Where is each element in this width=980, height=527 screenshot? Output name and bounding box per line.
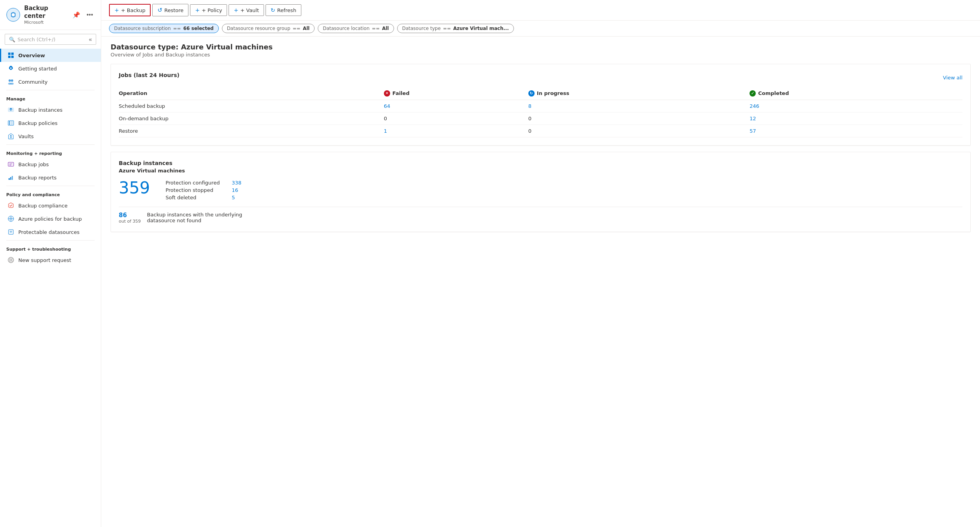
stat-value[interactable]: 5 bbox=[232, 195, 235, 200]
sidebar-item-backup-jobs-label: Backup jobs bbox=[18, 162, 49, 167]
sidebar-item-vaults[interactable]: Vaults bbox=[0, 130, 101, 143]
instances-stats: Protection configured 338 Protection sto… bbox=[165, 180, 241, 200]
sidebar-item-overview[interactable]: Overview bbox=[0, 49, 101, 62]
sidebar-item-vaults-label: Vaults bbox=[18, 134, 34, 139]
community-icon bbox=[7, 78, 14, 85]
vault-button[interactable]: + + Vault bbox=[229, 4, 264, 16]
protectable-icon bbox=[7, 228, 14, 235]
svg-rect-14 bbox=[9, 121, 10, 123]
overview-icon bbox=[7, 52, 14, 59]
svg-rect-24 bbox=[10, 177, 11, 180]
filter-subscription[interactable]: Datasource subscription == 66 selected bbox=[109, 24, 219, 33]
in-progress-value[interactable]: 8 bbox=[528, 103, 531, 109]
in-progress-value-zero: 0 bbox=[528, 128, 531, 134]
jobs-card: Jobs (last 24 Hours) View all Operation … bbox=[111, 64, 971, 146]
underlying-number[interactable]: 86 bbox=[119, 212, 141, 219]
svg-point-19 bbox=[11, 135, 12, 136]
sidebar-item-getting-started[interactable]: Getting started bbox=[0, 62, 101, 75]
failed-status-header: ✕ Failed bbox=[384, 90, 410, 97]
sidebar-item-community[interactable]: Community bbox=[0, 75, 101, 88]
sidebar-item-protectable-datasources[interactable]: Protectable datasources bbox=[0, 225, 101, 239]
filter-rg-val: All bbox=[303, 26, 310, 31]
svg-rect-2 bbox=[8, 53, 11, 55]
svg-rect-25 bbox=[12, 176, 13, 180]
in-progress-label: In progress bbox=[537, 90, 569, 96]
sidebar-item-backup-jobs[interactable]: Backup jobs bbox=[0, 158, 101, 171]
divider-monitoring bbox=[6, 144, 95, 145]
sidebar-item-getting-started-label: Getting started bbox=[18, 66, 57, 72]
svg-point-8 bbox=[11, 79, 13, 82]
section-monitoring: Monitoring + reporting bbox=[0, 146, 101, 158]
search-placeholder: Search (Ctrl+/) bbox=[18, 37, 55, 42]
svg-point-29 bbox=[8, 257, 14, 263]
instances-vm-subtitle: Azure Virtual machines bbox=[119, 168, 962, 174]
in-progress-icon: ↻ bbox=[528, 90, 535, 97]
stat-value[interactable]: 338 bbox=[232, 180, 241, 186]
jobs-table-header-row: Operation ✕ Failed ↻ In progress bbox=[119, 88, 962, 100]
backup-instances-icon bbox=[7, 106, 14, 113]
col-in-progress: ↻ In progress bbox=[528, 88, 750, 100]
view-all-link[interactable]: View all bbox=[943, 75, 962, 81]
underlying-num-block: 86 out of 359 bbox=[119, 212, 141, 224]
stat-row: Protection configured 338 bbox=[165, 180, 241, 186]
collapse-button[interactable]: « bbox=[89, 36, 92, 42]
completed-value[interactable]: 12 bbox=[750, 116, 756, 121]
section-policy: Policy and compliance bbox=[0, 188, 101, 199]
failed-value[interactable]: 64 bbox=[384, 103, 391, 109]
completed-value[interactable]: 57 bbox=[750, 128, 756, 134]
sidebar-item-backup-instances[interactable]: Backup instances bbox=[0, 103, 101, 116]
svg-point-6 bbox=[10, 67, 12, 69]
more-button[interactable]: ••• bbox=[85, 11, 95, 19]
sidebar-item-backup-policies[interactable]: Backup policies bbox=[0, 116, 101, 130]
restore-button[interactable]: ↺ Restore bbox=[152, 4, 188, 16]
completed-cell: 57 bbox=[750, 125, 962, 137]
failed-cell: 64 bbox=[384, 100, 528, 112]
sidebar-item-overview-label: Overview bbox=[18, 53, 45, 58]
operation-cell: Scheduled backup bbox=[119, 100, 384, 112]
filter-type-eq: == bbox=[443, 26, 451, 31]
instances-total-count[interactable]: 359 bbox=[119, 180, 150, 196]
backup-compliance-icon bbox=[7, 202, 14, 209]
filter-location-eq: == bbox=[372, 26, 380, 31]
filter-resource-group[interactable]: Datasource resource group == All bbox=[222, 24, 315, 33]
stat-label: Soft deleted bbox=[165, 195, 228, 200]
sidebar-item-backup-compliance-label: Backup compliance bbox=[18, 203, 67, 209]
stat-value[interactable]: 16 bbox=[232, 187, 238, 193]
failed-value[interactable]: 1 bbox=[384, 128, 387, 134]
failed-label: Failed bbox=[392, 90, 410, 96]
sidebar-item-azure-policies[interactable]: Azure policies for backup bbox=[0, 212, 101, 225]
search-bar[interactable]: 🔍 Search (Ctrl+/) « bbox=[5, 34, 96, 45]
app-icon bbox=[6, 8, 20, 22]
sidebar-item-backup-reports[interactable]: Backup reports bbox=[0, 171, 101, 184]
in-progress-status-header: ↻ In progress bbox=[528, 90, 569, 97]
filter-subscription-eq: == bbox=[173, 26, 181, 31]
filter-type[interactable]: Datasource type == Azure Virtual mach... bbox=[397, 24, 514, 33]
svg-point-1 bbox=[12, 13, 15, 16]
divider-policy bbox=[6, 186, 95, 186]
search-icon: 🔍 bbox=[9, 37, 15, 42]
support-icon bbox=[7, 256, 14, 264]
policy-label: + Policy bbox=[202, 7, 222, 13]
sidebar-item-azure-policies-label: Azure policies for backup bbox=[18, 216, 82, 222]
filter-rg-key: Datasource resource group bbox=[227, 26, 290, 31]
svg-rect-5 bbox=[11, 56, 14, 58]
backup-plus-icon: + bbox=[114, 7, 119, 13]
pin-button[interactable]: 📌 bbox=[71, 11, 82, 19]
col-completed: ✓ Completed bbox=[750, 88, 962, 100]
sidebar-item-backup-compliance[interactable]: Backup compliance bbox=[0, 199, 101, 212]
header-icons: 📌 ••• bbox=[71, 11, 95, 19]
operation-cell: On-demand backup bbox=[119, 112, 384, 125]
completed-value[interactable]: 246 bbox=[750, 103, 759, 109]
policy-button[interactable]: + + Policy bbox=[190, 4, 227, 16]
sidebar-item-new-support-label: New support request bbox=[18, 257, 71, 263]
sidebar-item-new-support[interactable]: New support request bbox=[0, 253, 101, 267]
refresh-button[interactable]: ↻ Refresh bbox=[266, 4, 301, 16]
sidebar-header: Backup center Microsoft 📌 ••• bbox=[0, 0, 101, 30]
backup-button[interactable]: + + Backup bbox=[109, 4, 151, 16]
filter-bar: Datasource subscription == 66 selected D… bbox=[101, 21, 980, 37]
rocket-icon bbox=[7, 65, 14, 72]
svg-rect-20 bbox=[8, 162, 14, 166]
filter-location[interactable]: Datasource location == All bbox=[318, 24, 394, 33]
sidebar-item-protectable-label: Protectable datasources bbox=[18, 229, 79, 235]
completed-icon: ✓ bbox=[750, 90, 756, 97]
